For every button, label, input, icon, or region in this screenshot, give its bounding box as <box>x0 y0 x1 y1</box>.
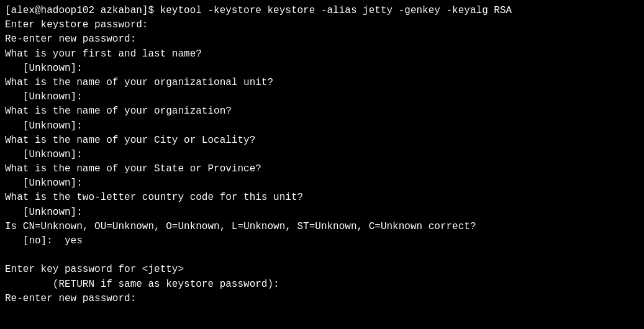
terminal-line: [no]: yes <box>5 234 639 248</box>
terminal-line: What is the name of your State or Provin… <box>5 162 639 176</box>
terminal-window[interactable]: [alex@hadoop102 azkaban]$ keytool -keyst… <box>0 0 644 329</box>
terminal-line: What is the name of your City or Localit… <box>5 133 639 148</box>
terminal-line: What is the name of your organizational … <box>5 76 639 90</box>
terminal-line: Enter keystore password: <box>5 18 639 32</box>
terminal-empty-line <box>5 248 639 263</box>
terminal-line: [Unknown]: <box>5 205 639 220</box>
terminal-line: What is the name of your organization? <box>5 104 639 119</box>
terminal-line: Re-enter new password: <box>5 32 639 47</box>
terminal-line: [alex@hadoop102 azkaban]$ keytool -keyst… <box>5 4 639 18</box>
terminal-line: What is your first and last name? <box>5 47 639 61</box>
terminal-line: [Unknown]: <box>5 176 639 191</box>
terminal-line: Enter key password for <jetty> <box>5 263 639 277</box>
terminal-line: [Unknown]: <box>5 90 639 104</box>
terminal-line: (RETURN if same as keystore password): <box>5 277 639 292</box>
terminal-line: Re-enter new password: <box>5 292 639 306</box>
terminal-line: Is CN=Unknown, OU=Unknown, O=Unknown, L=… <box>5 220 639 234</box>
terminal-line: What is the two-letter country code for … <box>5 191 639 205</box>
terminal-line: [Unknown]: <box>5 148 639 162</box>
terminal-line: [Unknown]: <box>5 61 639 76</box>
terminal-line: [Unknown]: <box>5 119 639 133</box>
